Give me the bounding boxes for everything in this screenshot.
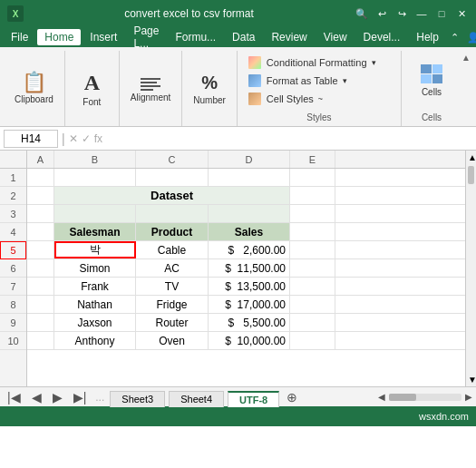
cell-b7[interactable]: Frank <box>54 278 136 295</box>
table-row: Salesman Product Sales <box>27 223 465 241</box>
cell-b4-salesman[interactable]: Salesman <box>54 223 136 240</box>
horizontal-scroll-left[interactable]: ◀ <box>378 392 385 402</box>
cell-d1[interactable] <box>209 169 290 186</box>
cell-d8[interactable]: $ 17,000.00 <box>209 296 290 313</box>
search-titlebar-icon[interactable]: 🔍 <box>355 6 369 21</box>
cell-b8[interactable]: Nathan <box>54 296 136 313</box>
name-box[interactable] <box>4 130 58 148</box>
cell-e8[interactable] <box>290 296 335 313</box>
menu-view[interactable]: View <box>316 29 355 45</box>
confirm-formula-icon[interactable]: ✓ <box>82 132 91 145</box>
cell-c3[interactable] <box>136 205 209 222</box>
cells-button[interactable]: Cells <box>409 54 454 107</box>
redo-icon[interactable]: ↪ <box>394 6 409 21</box>
cell-e3[interactable] <box>290 205 335 222</box>
menu-help[interactable]: Help <box>409 29 446 45</box>
cell-c7[interactable]: TV <box>136 278 209 295</box>
menu-formulas[interactable]: Formu... <box>168 29 223 45</box>
cell-c6[interactable]: AC <box>136 259 209 277</box>
cell-b9[interactable]: Jaxson <box>54 314 136 331</box>
menu-developer[interactable]: Devel... <box>356 29 408 45</box>
cell-e7[interactable] <box>290 278 335 295</box>
ribbon-collapse-icon[interactable]: ⌃ <box>448 30 462 44</box>
close-button[interactable]: ✕ <box>454 6 469 21</box>
menu-home[interactable]: Home <box>37 29 81 45</box>
vertical-scrollbar[interactable]: ▲ ▼ <box>465 151 476 386</box>
alignment-button[interactable]: Alignment <box>127 63 174 115</box>
col-header-c: C <box>136 151 209 168</box>
cell-e2[interactable] <box>290 187 335 204</box>
cell-b2-merged[interactable]: Dataset <box>54 187 290 204</box>
menu-page-layout[interactable]: Page L... <box>126 23 166 52</box>
cell-c5[interactable]: Cable <box>136 241 209 258</box>
horizontal-scroll-right[interactable]: ▶ <box>465 392 472 402</box>
cell-b1[interactable] <box>54 169 136 186</box>
window-controls: 🔍 ↩ ↪ — □ ✕ <box>355 6 469 21</box>
cell-d4-sales[interactable]: Sales <box>209 223 290 240</box>
cell-a3[interactable] <box>27 205 54 222</box>
insert-function-icon[interactable]: fx <box>94 132 102 145</box>
cell-c9[interactable]: Router <box>136 314 209 331</box>
tab-utf8[interactable]: UTF-8 <box>228 391 279 407</box>
clipboard-button[interactable]: 📋 Clipboard <box>11 63 57 115</box>
cell-a1[interactable] <box>27 169 54 186</box>
number-button[interactable]: % Number <box>189 63 229 115</box>
tab-sheet3-label: Sheet3 <box>121 394 153 405</box>
cancel-formula-icon[interactable]: ✕ <box>69 132 78 145</box>
cell-c10[interactable]: Oven <box>136 332 209 349</box>
horizontal-scroll-thumb[interactable] <box>389 394 416 401</box>
cell-a5[interactable] <box>27 241 54 258</box>
restore-button[interactable]: □ <box>434 6 449 21</box>
cell-d9[interactable]: $ 5,500.00 <box>209 314 290 331</box>
conditional-formatting-button[interactable]: Conditional Formatting ▾ <box>243 54 395 71</box>
cell-a2[interactable] <box>27 187 54 204</box>
cell-b6[interactable]: Simon <box>54 259 136 277</box>
scroll-down-button[interactable]: ▼ <box>466 373 476 386</box>
cell-d5[interactable]: $ 2,600.00 <box>209 241 290 258</box>
font-button[interactable]: A Font <box>75 63 108 115</box>
minimize-button[interactable]: — <box>414 6 429 21</box>
cell-c8[interactable]: Fridge <box>136 296 209 313</box>
menu-file[interactable]: File <box>4 29 35 45</box>
cell-a4[interactable] <box>27 223 54 240</box>
cell-b5[interactable]: 박 <box>54 241 136 258</box>
cell-c1[interactable] <box>136 169 209 186</box>
cell-a8[interactable] <box>27 296 54 313</box>
scroll-thumb[interactable] <box>468 166 474 184</box>
cell-c4-product[interactable]: Product <box>136 223 209 240</box>
tab-sheet4[interactable]: Sheet4 <box>169 391 224 407</box>
cell-e4[interactable] <box>290 223 335 240</box>
cell-a10[interactable] <box>27 332 54 349</box>
cell-a9[interactable] <box>27 314 54 331</box>
tab-nav-last[interactable]: ▶| <box>70 390 91 405</box>
cell-d7[interactable]: $ 13,500.00 <box>209 278 290 295</box>
cell-e6[interactable] <box>290 259 335 277</box>
tab-nav-first[interactable]: |◀ <box>4 390 24 405</box>
cell-a7[interactable] <box>27 278 54 295</box>
cell-d3[interactable] <box>209 205 290 222</box>
menu-data[interactable]: Data <box>225 29 262 45</box>
cell-d6[interactable]: $ 11,500.00 <box>209 259 290 277</box>
cell-e10[interactable] <box>290 332 335 349</box>
cell-e5[interactable] <box>290 241 335 258</box>
tab-sheet3[interactable]: Sheet3 <box>110 391 165 407</box>
cell-styles-button[interactable]: Cell Styles ~ <box>243 91 395 107</box>
horizontal-scrollbar[interactable] <box>389 394 461 401</box>
scroll-up-button[interactable]: ▲ <box>466 151 476 164</box>
cell-d10[interactable]: $ 10,000.00 <box>209 332 290 349</box>
tab-nav-next[interactable]: ▶ <box>49 390 66 405</box>
cell-e1[interactable] <box>290 169 335 186</box>
account-icon[interactable]: 👤 <box>466 30 476 44</box>
tab-nav-prev[interactable]: ◀ <box>28 390 45 405</box>
cell-e9[interactable] <box>290 314 335 331</box>
formula-input[interactable] <box>106 132 472 145</box>
menu-review[interactable]: Review <box>264 29 314 45</box>
format-as-table-button[interactable]: Format as Table ▾ <box>243 73 395 89</box>
cell-b3[interactable] <box>54 205 136 222</box>
undo-icon[interactable]: ↩ <box>374 6 389 21</box>
ribbon-collapse-button[interactable]: ▲ <box>461 51 472 126</box>
cell-b10[interactable]: Anthony <box>54 332 136 349</box>
menu-insert[interactable]: Insert <box>83 29 124 45</box>
add-sheet-button[interactable]: ⊕ <box>283 390 301 405</box>
cell-a6[interactable] <box>27 259 54 277</box>
